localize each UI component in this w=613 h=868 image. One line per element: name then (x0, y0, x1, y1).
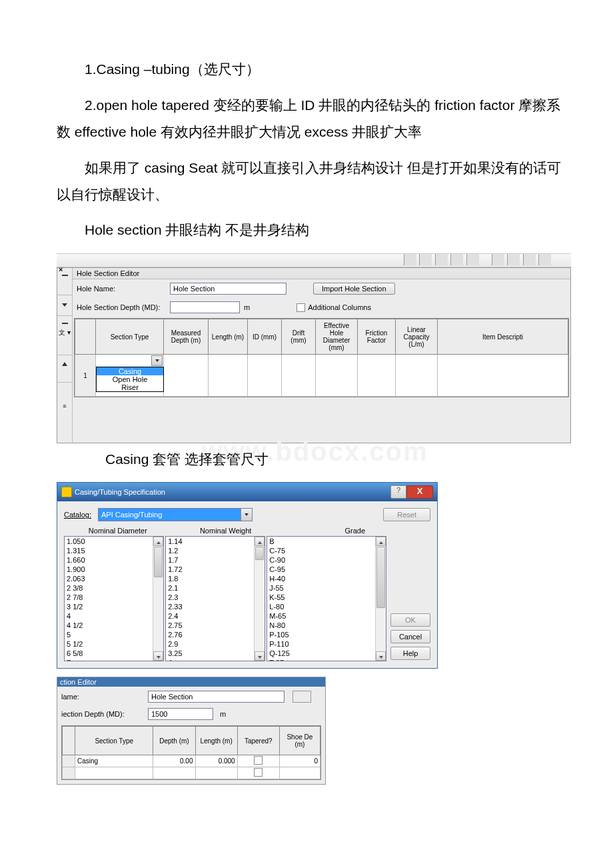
dropdown-option-casing[interactable]: Casing (97, 367, 163, 375)
depth-unit: m (220, 710, 226, 718)
app-toolbar (57, 253, 571, 267)
reset-button[interactable]: Reset (383, 508, 430, 521)
col-shoe-de: Shoe De (m) (279, 727, 320, 755)
toolbar-icon[interactable] (435, 254, 448, 265)
section-type-dropdown-list[interactable]: Casing Open Hole Riser (96, 367, 164, 392)
hole-section-editor-screenshot: × 文 ▾ ≡ Hole Section Editor Hole Name: I… (57, 253, 571, 443)
cell-depth[interactable]: 0.00 (153, 755, 195, 767)
cell-length[interactable]: 0.000 (195, 755, 237, 767)
col-length: Length (m) (195, 727, 237, 755)
col-id: ID (mm) (248, 319, 282, 355)
additional-columns-checkbox[interactable] (297, 303, 305, 312)
cancel-button[interactable]: Cancel (390, 630, 430, 643)
tapered-checkbox[interactable] (254, 756, 263, 765)
dropdown-arrow-icon[interactable] (151, 355, 163, 366)
dialog-title: Casing/Tubing Specification (75, 488, 165, 496)
col-section-type: Section Type (75, 727, 153, 755)
editor-title: Hole Section Editor (73, 268, 570, 279)
toolbar-icon[interactable] (492, 254, 504, 265)
minus-icon[interactable] (62, 275, 68, 276)
help-icon[interactable]: ? (390, 485, 406, 499)
close-icon[interactable]: X (406, 485, 433, 499)
hole-name-input[interactable] (170, 283, 287, 295)
casing-tubing-spec-dialog: Casing/Tubing Specification ? X Catalog:… (57, 482, 438, 669)
col-section-type: Section Type (96, 319, 164, 355)
paragraph-4: Hole section 井眼结构 不是井身结构 (57, 217, 573, 243)
cell-shoe-de[interactable]: 0 (279, 755, 320, 767)
dropdown-option-riser[interactable]: Riser (97, 383, 163, 391)
scroll-up-icon[interactable] (62, 362, 67, 366)
depth-input[interactable] (148, 708, 213, 720)
help-button[interactable]: Help (390, 647, 430, 660)
col-rownum (63, 727, 75, 755)
scrollbar[interactable] (153, 537, 163, 661)
left-gutter: × 文 ▾ ≡ (57, 268, 73, 443)
col-linear-capacity: Linear Capacity (L/m) (396, 319, 438, 355)
col-eff-hole: Effective Hole Diameter (mm) (316, 319, 358, 355)
grade-list[interactable]: B C-75 C-90 C-95 H-40 J-55 K-55 L-80 M-6… (267, 536, 386, 661)
paragraph-5: Casing 套管 选择套管尺寸 (57, 450, 573, 469)
depth-unit: m (244, 303, 250, 311)
section-editor-title: ction Editor (57, 677, 325, 687)
hole-name-label: Hole Name: (77, 285, 170, 293)
row-number: 1 (75, 355, 96, 397)
additional-columns-label: Additional Columns (308, 303, 371, 311)
section-type-cell[interactable]: Casing Open Hole Riser (96, 355, 164, 397)
col-item-desc: Item Descripti (438, 319, 568, 355)
dropdown-arrow-icon[interactable] (241, 509, 252, 521)
paragraph-1: 1.Casing –tubing（选尺寸） (57, 56, 573, 83)
catalog-input[interactable] (99, 509, 241, 521)
dropdown-arrow-icon[interactable] (62, 303, 67, 307)
catalog-label: Catalog: (64, 511, 91, 519)
dialog-icon (61, 487, 72, 497)
toolbar-icon[interactable] (450, 254, 463, 265)
section-editor-cropped: ction Editor lame: iection Depth (MD): m… (57, 677, 326, 785)
catalog-combo[interactable] (98, 508, 253, 521)
close-icon[interactable]: × (59, 265, 63, 273)
ok-button[interactable]: OK (390, 613, 430, 627)
sections-grid: Section Type Measured Depth (m) Length (… (74, 318, 569, 397)
small-input[interactable] (293, 691, 311, 703)
paragraph-2: 2.open hole tapered 变经的要输上 ID 井眼的内径钻头的 f… (57, 92, 573, 145)
toolbar-icon[interactable] (507, 254, 520, 265)
watermark: www.bdocx.com Casing 套管 选择套管尺寸 (57, 437, 573, 477)
col-rownum (75, 319, 96, 355)
depth-label: iection Depth (MD): (61, 710, 148, 718)
col-friction: Friction Factor (358, 319, 396, 355)
toolbar-icon[interactable] (404, 254, 416, 265)
paragraph-3: 如果用了 casing Seat 就可以直接引入井身结构设计 但是打开如果没有的… (57, 155, 573, 208)
hole-section-depth-input[interactable] (170, 301, 240, 313)
col-grade: Grade (280, 527, 430, 535)
col-length: Length (m) (209, 319, 248, 355)
scrollbar[interactable] (375, 537, 386, 661)
dropdown-option-open-hole[interactable]: Open Hole (97, 375, 163, 383)
scrollbar[interactable] (254, 537, 265, 661)
nominal-diameter-list[interactable]: 1.050 1.315 1.660 1.900 2.063 2 3/8 2 7/… (64, 536, 164, 661)
col-tapered: Tapered? (237, 727, 279, 755)
col-measured-depth: Measured Depth (m) (164, 319, 209, 355)
col-depth: Depth (m) (153, 727, 195, 755)
col-nominal-diameter: Nominal Diameter (64, 527, 172, 535)
toolbar-icon[interactable] (419, 254, 432, 265)
col-drift: Drift (mm) (282, 319, 316, 355)
col-nominal-weight: Nominal Weight (172, 527, 280, 535)
nominal-weight-list[interactable]: 1.14 1.2 1.7 1.72 1.8 2.1 2.3 2.33 2.4 2… (165, 536, 265, 661)
name-input[interactable] (148, 691, 285, 703)
name-label: lame: (61, 693, 148, 701)
import-hole-section-button[interactable]: Import Hole Section (313, 283, 395, 295)
hole-section-depth-label: Hole Section Depth (MD): (77, 303, 170, 311)
tapered-checkbox[interactable] (254, 768, 263, 777)
minus-icon[interactable] (62, 323, 68, 324)
cell-section-type[interactable]: Casing (75, 755, 153, 767)
toolbar-icon[interactable] (466, 254, 479, 265)
toolbar-icon[interactable] (523, 254, 536, 265)
toolbar-icon[interactable] (538, 254, 551, 265)
